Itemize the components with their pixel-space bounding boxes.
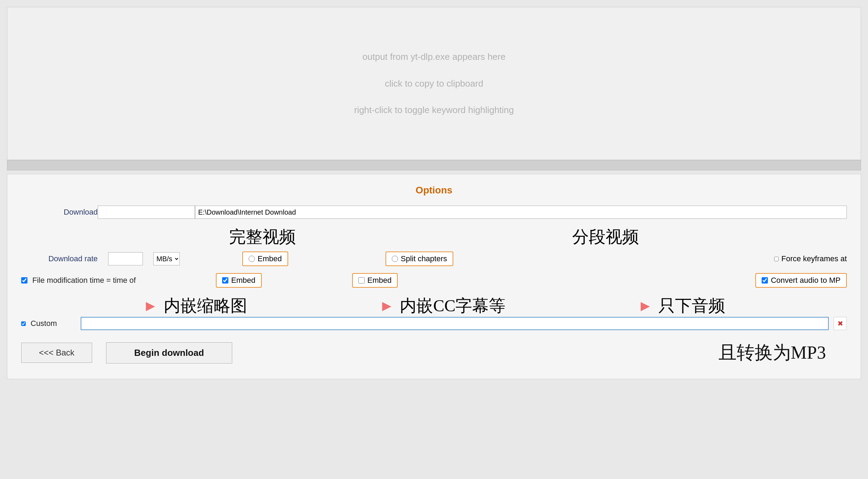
- output-hint1: output from yt-dlp.exe appears here: [363, 49, 506, 65]
- file-mod-label: File modification time = time of: [32, 276, 136, 285]
- output-area[interactable]: output from yt-dlp.exe appears here clic…: [7, 7, 861, 160]
- annotation-convert-mp3: 且转换为MP3: [719, 343, 826, 362]
- annotation-embed-cc: 内嵌CC字幕等: [400, 295, 505, 317]
- download-input[interactable]: [98, 206, 195, 219]
- convert-audio-label: Convert audio to MP: [771, 276, 841, 285]
- custom-label: Custom: [31, 319, 76, 328]
- custom-input[interactable]: [81, 317, 829, 330]
- download-path-input[interactable]: [195, 206, 847, 219]
- buttons-row: <<< Back Begin download 且转换为MP3: [21, 341, 847, 365]
- delete-custom-button[interactable]: ✖: [834, 317, 847, 330]
- download-rate-label: Download rate: [21, 254, 98, 263]
- embed-checkbox1[interactable]: [222, 277, 228, 284]
- annotations-above: 完整视频 分段视频: [21, 226, 847, 248]
- force-keyframes-checkbox[interactable]: [774, 257, 779, 261]
- annotation-chapter-video: 分段视频: [572, 226, 639, 248]
- rate-input[interactable]: [108, 252, 143, 265]
- embed-radio-label: Embed: [258, 254, 282, 263]
- embed-checkbox-label2: Embed: [367, 276, 392, 285]
- embed-checkbox2[interactable]: [358, 277, 365, 284]
- embed-checkbox-box1[interactable]: Embed: [216, 273, 262, 288]
- annotation-whole-video: 完整视频: [229, 226, 296, 248]
- split-chapters-label: Split chapters: [401, 254, 447, 263]
- options-panel: Options Download 完整视频 分段视频 Download rate…: [7, 174, 861, 379]
- file-mod-checkbox[interactable]: [21, 277, 27, 284]
- split-chapters-box[interactable]: Split chapters: [386, 252, 453, 266]
- annotation-audio-only: 只下音频: [658, 295, 725, 317]
- output-hint2: click to copy to clipboard: [385, 75, 483, 92]
- file-mod-group: File modification time = time of: [21, 276, 174, 285]
- force-keyframes-label: Force keyframes at: [781, 254, 847, 263]
- download-label: Download: [21, 208, 98, 217]
- custom-checkbox[interactable]: [21, 321, 26, 326]
- output-hint3: right-click to toggle keyword highlighti…: [354, 102, 514, 118]
- custom-row: Custom ✖: [21, 317, 847, 330]
- separator: [7, 160, 861, 170]
- split-chapters-radio[interactable]: [392, 256, 398, 262]
- begin-download-button[interactable]: Begin download: [106, 342, 232, 364]
- convert-audio-box[interactable]: Convert audio to MP: [755, 273, 847, 288]
- embed-radio-box[interactable]: Embed: [242, 252, 288, 266]
- back-button[interactable]: <<< Back: [21, 343, 92, 363]
- embed-checkbox-label1: Embed: [231, 276, 255, 285]
- annotations-below: ► 内嵌缩略图 ► 内嵌CC字幕等 ► 只下音频: [21, 295, 847, 317]
- download-row: Download: [21, 206, 847, 219]
- embed-checkbox-box2[interactable]: Embed: [352, 273, 398, 288]
- options-title: Options: [21, 185, 847, 196]
- rate-unit-select[interactable]: MB/s KB/s: [153, 252, 180, 265]
- embed-radio[interactable]: [249, 256, 255, 262]
- convert-audio-checkbox[interactable]: [762, 277, 768, 284]
- annotation-embed-thumbnail: 内嵌缩略图: [164, 295, 247, 317]
